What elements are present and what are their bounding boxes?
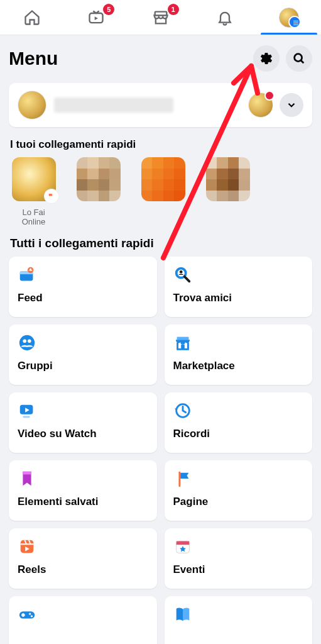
tile-label: Eventi bbox=[173, 564, 304, 576]
find-friends-icon bbox=[173, 265, 192, 284]
svg-rect-16 bbox=[178, 472, 180, 487]
watch-tile-icon bbox=[18, 401, 36, 420]
top-navigation: 5 1 bbox=[0, 0, 321, 35]
tile-label: Pagine bbox=[173, 496, 304, 508]
svg-point-1 bbox=[295, 54, 302, 62]
tile-label: Elementi salvati bbox=[18, 496, 148, 508]
page-title: Menu bbox=[9, 48, 247, 69]
tile-more[interactable] bbox=[165, 596, 313, 644]
shortcut-thumb-redacted bbox=[206, 157, 250, 201]
switch-account-button[interactable] bbox=[248, 92, 273, 118]
svg-rect-14 bbox=[23, 416, 30, 418]
page-header: Menu bbox=[0, 35, 321, 78]
shortcut-thumb bbox=[12, 157, 56, 201]
svg-rect-19 bbox=[176, 541, 189, 545]
nav-watch[interactable]: 5 bbox=[64, 0, 128, 35]
reels-icon bbox=[18, 537, 36, 556]
tile-gaming[interactable] bbox=[9, 596, 157, 644]
marketplace-badge: 1 bbox=[168, 4, 179, 15]
shortcut-thumb-redacted bbox=[141, 157, 185, 201]
nav-notifications[interactable] bbox=[193, 0, 257, 35]
svg-point-23 bbox=[29, 613, 31, 614]
tile-label: Video su Watch bbox=[18, 428, 148, 440]
nav-marketplace[interactable]: 1 bbox=[128, 0, 192, 35]
svg-point-10 bbox=[23, 339, 26, 343]
profile-name-redacted bbox=[54, 97, 173, 113]
svg-point-8 bbox=[179, 270, 182, 274]
watch-badge: 5 bbox=[103, 4, 114, 15]
nav-home[interactable] bbox=[0, 0, 64, 35]
tile-saved[interactable]: Elementi salvati bbox=[9, 460, 157, 521]
tile-label: Marketplace bbox=[173, 360, 304, 372]
tile-groups[interactable]: Gruppi bbox=[9, 325, 157, 385]
menu-avatar-icon bbox=[279, 8, 299, 28]
tile-reels[interactable]: Reels bbox=[9, 528, 157, 589]
home-icon bbox=[23, 9, 41, 26]
memories-icon bbox=[173, 401, 192, 420]
feed-icon bbox=[18, 265, 36, 284]
groups-icon bbox=[18, 333, 36, 352]
svg-rect-12 bbox=[181, 345, 185, 350]
tile-label: Reels bbox=[18, 564, 148, 576]
all-shortcuts-heading: Tutti i collegamenti rapidi bbox=[0, 231, 321, 257]
svg-point-9 bbox=[19, 335, 35, 350]
shortcut-item-redacted[interactable] bbox=[204, 157, 251, 201]
svg-rect-6 bbox=[29, 270, 33, 270]
tile-watch[interactable]: Video su Watch bbox=[9, 392, 157, 453]
tile-pages[interactable]: Pagine bbox=[165, 460, 313, 521]
tile-grid: Feed Trova amici Gruppi Marketplace Vide… bbox=[0, 257, 321, 644]
expand-button[interactable] bbox=[280, 93, 303, 117]
shortcut-thumb-redacted bbox=[77, 157, 121, 201]
shortcut-item-redacted[interactable] bbox=[75, 157, 122, 201]
marketplace-icon bbox=[152, 9, 170, 26]
shortcut-item[interactable]: Lo Fai Online bbox=[10, 157, 57, 226]
page-flag-badge bbox=[45, 189, 58, 203]
gear-icon bbox=[259, 52, 273, 65]
profile-avatar bbox=[18, 91, 46, 119]
search-button[interactable] bbox=[286, 45, 312, 72]
shortcut-label: Lo Fai Online bbox=[10, 208, 57, 226]
saved-icon bbox=[18, 469, 36, 488]
svg-rect-17 bbox=[21, 540, 34, 553]
tile-memories[interactable]: Ricordi bbox=[165, 392, 313, 453]
tile-label: Trova amici bbox=[173, 292, 304, 304]
gaming-icon bbox=[18, 605, 36, 624]
watch-icon bbox=[87, 9, 105, 26]
marketplace-tile-icon bbox=[173, 333, 192, 352]
settings-button[interactable] bbox=[253, 45, 280, 72]
notification-dot bbox=[264, 91, 275, 101]
bell-icon bbox=[216, 9, 234, 26]
profile-card[interactable] bbox=[9, 83, 312, 127]
tile-events[interactable]: Eventi bbox=[165, 528, 313, 589]
shortcuts-row: Lo Fai Online bbox=[0, 157, 321, 231]
nav-menu[interactable] bbox=[257, 0, 321, 35]
tile-find-friends[interactable]: Trova amici bbox=[165, 257, 313, 317]
svg-point-11 bbox=[28, 339, 31, 343]
events-icon bbox=[173, 537, 192, 556]
shortcut-item-redacted[interactable] bbox=[139, 157, 187, 201]
chevron-down-icon bbox=[286, 99, 297, 111]
tile-label: Gruppi bbox=[18, 360, 148, 372]
tile-label: Ricordi bbox=[173, 428, 304, 440]
search-icon bbox=[292, 52, 306, 65]
book-icon bbox=[173, 605, 192, 624]
tile-label: Feed bbox=[18, 292, 148, 304]
pages-icon bbox=[173, 469, 192, 488]
tile-feed[interactable]: Feed bbox=[9, 257, 157, 317]
svg-point-24 bbox=[31, 615, 33, 617]
tile-marketplace[interactable]: Marketplace bbox=[165, 325, 313, 385]
svg-rect-22 bbox=[21, 614, 25, 616]
your-shortcuts-heading: I tuoi collegamenti rapidi bbox=[0, 138, 321, 157]
